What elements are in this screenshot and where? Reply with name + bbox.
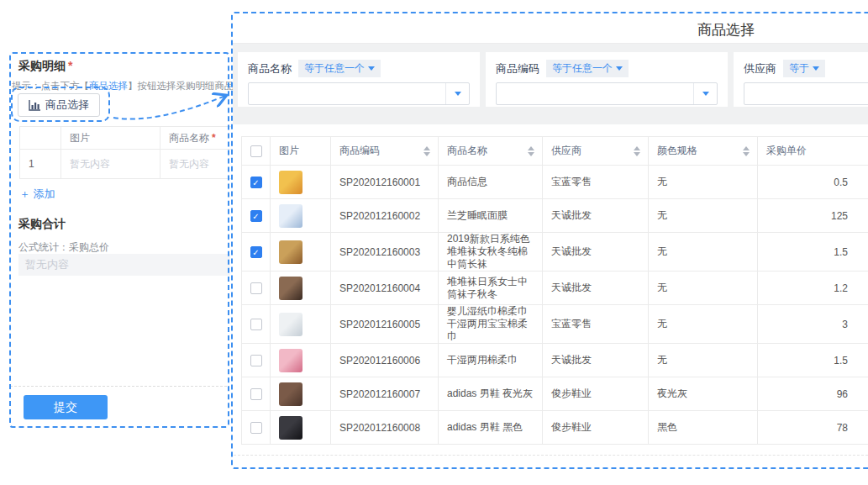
filter-strip: 商品名称 等于任意一个 商品编码 等于任意一个 供应商 bbox=[233, 44, 868, 124]
select-all-checkbox[interactable] bbox=[250, 145, 262, 157]
hint-prefix: 提示：点击下方【 bbox=[12, 81, 89, 91]
add-row-link[interactable]: ＋ 添加 bbox=[19, 187, 55, 202]
row-checkbox-cell bbox=[242, 344, 271, 377]
col-code[interactable]: 商品编码 bbox=[331, 137, 439, 166]
row-checkbox[interactable]: ✓ bbox=[250, 210, 262, 222]
product-price-cell: 78 bbox=[758, 411, 868, 445]
product-name-cell: 商品信息 bbox=[439, 166, 543, 199]
product-name-cell: 2019新款日系纯色堆堆袜女秋冬纯棉中筒长袜 bbox=[439, 233, 543, 271]
product-spec-cell: 无 bbox=[649, 305, 758, 344]
detail-name-cell[interactable]: 暂无内容 bbox=[160, 150, 240, 179]
chevron-down-icon bbox=[702, 92, 709, 96]
col-name[interactable]: 商品名称 bbox=[439, 137, 543, 166]
detail-image-cell[interactable]: 暂无内容 bbox=[61, 150, 160, 179]
product-supplier-cell: 俊步鞋业 bbox=[543, 377, 649, 411]
chevron-down-icon bbox=[813, 66, 819, 71]
row-checkbox[interactable] bbox=[250, 388, 262, 400]
col-supplier[interactable]: 供应商 bbox=[543, 137, 649, 166]
formula-label: 公式统计：采购总价 bbox=[18, 240, 109, 255]
product-name-cell: 堆堆袜日系女士中筒袜子秋冬 bbox=[439, 271, 543, 305]
filter-operator-dropdown[interactable]: 等于任意一个 bbox=[546, 60, 629, 77]
modal-content-bottom-divider bbox=[234, 455, 868, 456]
product-image-baby-wipes-pack bbox=[279, 313, 302, 336]
filter-value-input[interactable] bbox=[744, 82, 868, 105]
product-row: SP202012160008adidas 男鞋 黑色俊步鞋业黑色78 bbox=[242, 411, 868, 445]
product-code-cell: SP202012160005 bbox=[331, 305, 439, 344]
formula-value-field: 暂无内容 bbox=[18, 254, 230, 276]
product-spec-cell: 黑色 bbox=[649, 411, 758, 445]
product-supplier-cell: 宝蓝零售 bbox=[543, 166, 649, 199]
product-price-cell: 0.5 bbox=[758, 166, 868, 199]
detail-col-image: 图片 bbox=[61, 127, 160, 150]
product-image-pink-wipes-pack bbox=[279, 349, 302, 372]
detail-row-index: 1 bbox=[20, 150, 61, 179]
product-image-yellow-snack-package bbox=[279, 171, 302, 194]
filter-product-code: 商品编码 等于任意一个 bbox=[486, 52, 728, 107]
row-checkbox-cell: ✓ bbox=[242, 233, 271, 271]
sort-icon[interactable] bbox=[743, 146, 750, 156]
product-spec-cell: 无 bbox=[649, 271, 758, 305]
product-image-cell bbox=[271, 411, 331, 445]
product-table: 图片 商品编码 商品名称 供应商 颜色规格 采购单价 ✓SP2020121600… bbox=[241, 136, 868, 445]
row-checkbox-cell bbox=[242, 377, 271, 411]
product-name-cell: adidas 男鞋 夜光灰 bbox=[439, 377, 543, 411]
product-code-cell: SP202012160004 bbox=[331, 271, 439, 305]
row-checkbox[interactable]: ✓ bbox=[250, 246, 262, 258]
product-table-wrap: 图片 商品编码 商品名称 供应商 颜色规格 采购单价 ✓SP2020121600… bbox=[241, 136, 868, 445]
row-checkbox[interactable] bbox=[250, 422, 262, 434]
purchase-detail-table: 图片 商品名称* 1 暂无内容 暂无内容 bbox=[19, 126, 240, 179]
modal-title: 商品选择 bbox=[697, 20, 755, 40]
product-select-button[interactable]: 商品选择 bbox=[18, 93, 100, 117]
sort-icon[interactable] bbox=[634, 146, 640, 156]
row-checkbox[interactable] bbox=[250, 282, 262, 294]
product-spec-cell: 无 bbox=[649, 199, 758, 233]
product-image-cell bbox=[271, 305, 331, 344]
chevron-down-icon bbox=[616, 66, 623, 71]
product-name-cell: 兰芝睡眠面膜 bbox=[439, 199, 543, 233]
col-price[interactable]: 采购单价 bbox=[758, 137, 868, 166]
filter-value-input[interactable] bbox=[496, 82, 718, 105]
row-checkbox[interactable] bbox=[250, 355, 262, 366]
row-checkbox[interactable] bbox=[250, 319, 262, 330]
bar-chart-icon bbox=[29, 100, 40, 111]
row-checkbox-cell bbox=[242, 305, 271, 344]
product-code-cell: SP202012160007 bbox=[331, 377, 439, 411]
submit-button[interactable]: 提交 bbox=[24, 395, 108, 419]
filter-operator-dropdown[interactable]: 等于任意一个 bbox=[298, 60, 381, 77]
product-name-cell: 婴儿湿纸巾棉柔巾干湿两用宝宝棉柔巾 bbox=[439, 305, 543, 344]
filter-value-input[interactable] bbox=[248, 82, 470, 105]
product-spec-cell: 无 bbox=[649, 166, 758, 199]
product-price-cell: 1.5 bbox=[758, 344, 868, 377]
detail-col-name: 商品名称* bbox=[160, 127, 240, 150]
filter-supplier: 供应商 等于 bbox=[734, 52, 868, 107]
row-checkbox[interactable]: ✓ bbox=[250, 177, 262, 188]
product-spec-cell: 夜光灰 bbox=[649, 377, 758, 411]
sort-icon[interactable] bbox=[423, 146, 430, 156]
detail-col-index bbox=[20, 127, 61, 150]
filter-operator-dropdown[interactable]: 等于 bbox=[783, 60, 825, 77]
product-select-modal: 商品选择 商品名称 等于任意一个 商品编码 等于任意一个 bbox=[233, 13, 868, 467]
product-supplier-cell: 天诚批发 bbox=[543, 271, 649, 305]
product-image-black-sneaker bbox=[279, 416, 302, 440]
hint-link: 商品选择 bbox=[89, 81, 128, 91]
product-row: SP202012160005婴儿湿纸巾棉柔巾干湿两用宝宝棉柔巾宝蓝零售无3 bbox=[242, 305, 868, 344]
product-image-cell bbox=[271, 377, 331, 411]
dropdown-toggle[interactable] bbox=[693, 83, 717, 104]
chevron-down-icon bbox=[455, 92, 461, 96]
product-code-cell: SP202012160006 bbox=[331, 344, 439, 377]
product-image-cosmetic-mask-box bbox=[279, 204, 302, 228]
col-spec[interactable]: 颜色规格 bbox=[649, 137, 758, 166]
purchase-total-title: 采购合计 bbox=[18, 217, 66, 232]
product-supplier-cell: 天诚批发 bbox=[543, 233, 649, 271]
product-price-cell: 1.5 bbox=[758, 233, 868, 271]
purchase-detail-title: 采购明细* bbox=[18, 59, 72, 74]
product-price-cell: 96 bbox=[758, 377, 868, 411]
sort-icon[interactable] bbox=[528, 146, 534, 156]
chevron-down-icon bbox=[368, 66, 375, 71]
product-image-cell bbox=[271, 166, 331, 199]
product-price-cell: 125 bbox=[758, 199, 868, 233]
col-image: 图片 bbox=[271, 137, 331, 166]
product-row: ✓SP202012160001商品信息宝蓝零售无0.5 bbox=[242, 166, 868, 199]
dropdown-toggle[interactable] bbox=[445, 83, 469, 104]
product-image-brown-boot bbox=[279, 382, 302, 406]
